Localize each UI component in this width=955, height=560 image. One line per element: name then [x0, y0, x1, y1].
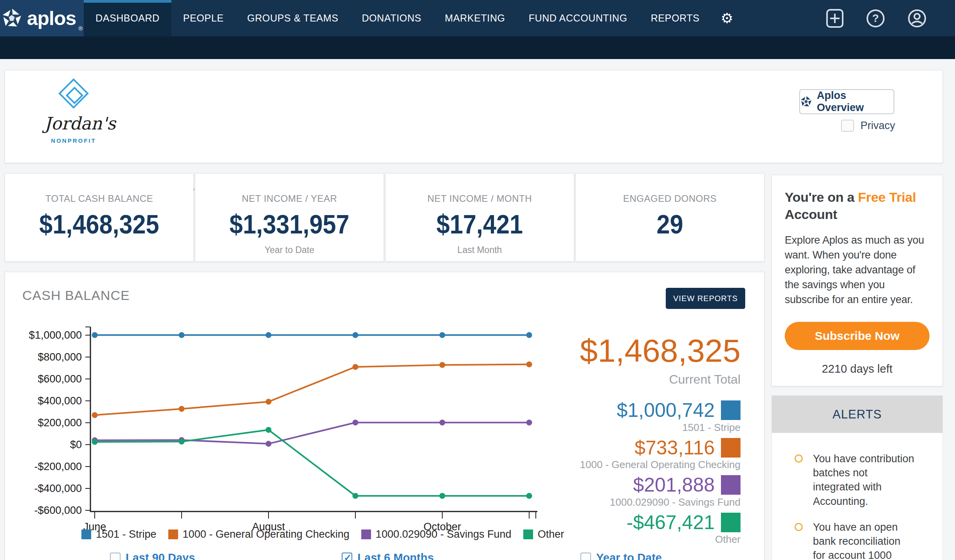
filter-year-to-date[interactable]: Year to Date [580, 551, 662, 560]
nav-subband [0, 36, 955, 59]
cash-balance-line-chart: $1,000,000$800,000$600,000$400,000$200,0… [5, 272, 561, 560]
privacy-toggle: Privacy [841, 120, 895, 132]
savings-fund-swatch [721, 475, 741, 495]
filter-last-90-days[interactable]: Last 90 Days [110, 551, 195, 560]
cash-balance-card: CASH BALANCE VIEW REPORTS $1,000,000$800… [5, 272, 764, 560]
tab-marketing[interactable]: MARKETING [433, 0, 517, 36]
svg-text:$600,000: $600,000 [38, 373, 82, 385]
tab-reports[interactable]: REPORTS [639, 0, 712, 36]
subscribe-now-button[interactable]: Subscribe Now [785, 322, 930, 350]
nav-tabs: DASHBOARD PEOPLE GROUPS & TEAMS DONATION… [84, 0, 743, 36]
legend-item-general-checking: 1000 - General Operating Checking [168, 528, 350, 540]
general-checking-swatch [721, 438, 741, 458]
legend-item-savings-fund: 1000.029090 - Savings Fund [361, 528, 512, 540]
svg-text:?: ? [872, 12, 879, 24]
tab-people[interactable]: PEOPLE [171, 0, 236, 36]
svg-text:$800,000: $800,000 [38, 351, 82, 363]
alerts-list: You have contribution batches not integr… [772, 433, 942, 560]
stat-net-income-month: NET INCOME / MONTH $17,421 Last Month [385, 173, 574, 262]
trial-title: You're on a Free Trial Account [785, 188, 930, 223]
stat-total-cash-balance: TOTAL CASH BALANCE $1,468,325 [5, 173, 194, 262]
svg-text:$400,000: $400,000 [38, 395, 82, 407]
current-total-value: $1,468,325 [580, 335, 741, 367]
org-logo: Jordan's NONPROFIT [44, 77, 103, 144]
org-logo-caption: NONPROFIT [44, 137, 103, 144]
svg-text:-$400,000: -$400,000 [34, 483, 82, 494]
svg-text:$1,000,000: $1,000,000 [29, 329, 82, 341]
svg-text:$200,000: $200,000 [38, 417, 82, 429]
dashboard-screen: aplos ® DASHBOARD PEOPLE GROUPS & TEAMS … [0, 0, 955, 560]
nav-actions: ? [826, 0, 927, 36]
legend-swatch-savings-fund [361, 529, 371, 539]
last-6-months-checkbox[interactable] [342, 553, 352, 560]
svg-text:-$600,000: -$600,000 [34, 504, 82, 516]
top-navbar: aplos ® DASHBOARD PEOPLE GROUPS & TEAMS … [0, 0, 955, 36]
current-total-label: Current Total [580, 372, 741, 387]
svg-text:$0: $0 [70, 439, 82, 451]
registered-mark: ® [78, 25, 83, 32]
alert-bullet-icon [795, 523, 803, 531]
tab-dashboard[interactable]: DASHBOARD [84, 0, 171, 36]
last-90-days-checkbox[interactable] [110, 553, 121, 560]
privacy-checkbox[interactable] [841, 120, 854, 132]
org-header-card: Jordan's NONPROFIT Jordan's Nonprofit Ap… [5, 70, 943, 163]
alert-item-contribution-batches[interactable]: You have contribution batches not integr… [795, 452, 942, 508]
tab-donations[interactable]: DONATIONS [350, 0, 433, 36]
privacy-label: Privacy [860, 120, 895, 132]
tab-fund-accounting[interactable]: FUND ACCOUNTING [517, 0, 639, 36]
legend-swatch-other [523, 529, 533, 539]
free-trial-highlight: Free Trial [858, 190, 916, 205]
year-to-date-checkbox[interactable] [580, 553, 591, 560]
view-reports-button[interactable]: VIEW REPORTS [666, 288, 745, 309]
legend-swatch-general-checking [168, 529, 178, 539]
legend-item-stripe: 1501 - Stripe [81, 528, 157, 540]
tab-groups-teams[interactable]: GROUPS & TEAMS [235, 0, 350, 36]
alerts-header: ALERTS [772, 396, 942, 433]
breakdown-item-other: -$467,421 Other [580, 512, 741, 546]
breakdown-item-savings-fund: $201,888 1000.029090 - Savings Fund [580, 475, 741, 508]
settings-gear-icon[interactable]: ⚙ [711, 0, 743, 36]
aplos-logo-icon [1, 8, 22, 29]
stat-engaged-donors: ENGAGED DONORS 29 [575, 173, 764, 262]
alert-bullet-icon [795, 454, 803, 463]
svg-text:-$200,000: -$200,000 [34, 461, 82, 472]
brand-name: aplos [27, 9, 76, 28]
aplos-brand[interactable]: aplos ® [0, 0, 84, 36]
breakdown-item-stripe: $1,000,742 1501 - Stripe [580, 400, 741, 434]
add-new-icon[interactable] [826, 9, 844, 28]
help-icon[interactable]: ? [866, 9, 885, 28]
trial-days-left: 2210 days left [785, 363, 930, 375]
chart-legend: 1501 - Stripe 1000 - General Operating C… [81, 528, 564, 540]
aplos-overview-button[interactable]: Aplos Overview [799, 89, 894, 114]
account-icon[interactable] [907, 9, 927, 28]
stats-row: TOTAL CASH BALANCE $1,468,325 NET INCOME… [5, 173, 764, 262]
other-swatch [721, 513, 741, 532]
trial-description: Explore Aplos as much as you want. When … [785, 233, 930, 307]
breakdown-item-general-checking: $733,116 1000 - General Operating Checki… [580, 438, 741, 471]
legend-item-other: Other [523, 528, 564, 540]
alerts-panel: ALERTS You have contribution batches not… [771, 395, 943, 560]
free-trial-card: You're on a Free Trial Account Explore A… [771, 175, 943, 386]
stat-net-income-year: NET INCOME / YEAR $1,331,957 Year to Dat… [195, 173, 384, 262]
alert-item-bank-reconciliation[interactable]: You have an open bank reconciliation for… [795, 520, 942, 560]
legend-swatch-stripe [81, 529, 91, 539]
org-logo-script: Jordan's [44, 113, 103, 133]
cash-totals-panel: $1,468,325 Current Total $1,000,742 1501… [580, 335, 741, 549]
filter-last-6-months[interactable]: Last 6 Months [342, 551, 434, 560]
org-diamond-icon [58, 77, 90, 113]
date-range-filters: Last 90 Days Last 6 Months Year to Date [110, 551, 662, 560]
stripe-swatch [721, 400, 741, 420]
aplos-pinwheel-icon [800, 95, 812, 108]
